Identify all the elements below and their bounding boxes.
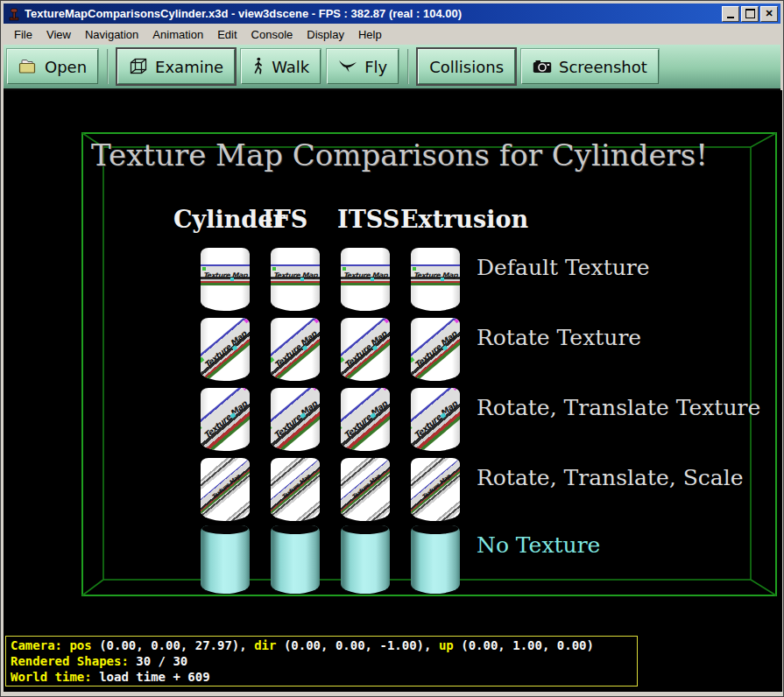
window-title: TextureMapComparisonsCylinder.x3d - view… bbox=[25, 7, 722, 20]
cylinder-thumbnail: Texture Map bbox=[411, 458, 460, 521]
title-bar[interactable]: TextureMapComparisonsCylinder.x3d - view… bbox=[4, 4, 780, 24]
menu-item-view[interactable]: View bbox=[39, 26, 78, 43]
camera-icon bbox=[533, 60, 552, 74]
maximize-icon bbox=[745, 9, 755, 18]
cylinder-thumbnail: Texture Map bbox=[201, 388, 250, 451]
app-window: TextureMapComparisonsCylinder.x3d - view… bbox=[0, 0, 784, 697]
row-label: Rotate Texture bbox=[477, 325, 641, 350]
cylinder-thumbnail: Texture Map bbox=[271, 388, 320, 451]
texture-band: Texture Map bbox=[201, 458, 250, 514]
cylinder-thumbnail: Texture Map bbox=[411, 388, 460, 451]
toolbar-separator bbox=[407, 49, 409, 84]
texture-map-label: Texture Map bbox=[203, 271, 247, 279]
cylinder-thumbnail: Texture Map bbox=[201, 248, 250, 311]
cube-icon bbox=[129, 57, 148, 76]
column-header-extrusion: Extrusion bbox=[400, 206, 528, 233]
column-header-ifs: IFS bbox=[263, 206, 307, 233]
cylinder-thumbnail bbox=[271, 525, 320, 594]
texture-band: Texture Map bbox=[201, 318, 250, 381]
row-label: Default Texture bbox=[477, 255, 650, 280]
status-segment: Rendered Shapes: bbox=[11, 654, 129, 668]
cylinder-thumbnail: Texture Map bbox=[341, 458, 390, 521]
toolbar-button-label: Open bbox=[45, 58, 87, 76]
close-button[interactable]: ✕ bbox=[760, 6, 778, 22]
status-line: Camera: pos (0.00, 0.00, 27.97), dir (0.… bbox=[11, 637, 632, 653]
menu-item-edit[interactable]: Edit bbox=[210, 26, 244, 43]
texture-map-label: Texture Map bbox=[202, 329, 248, 370]
texture-map-label: Texture Map bbox=[272, 329, 318, 370]
cylinder-thumbnail: Texture Map bbox=[271, 458, 320, 521]
status-segment: (0.00, 1.00, 0.00) bbox=[461, 638, 594, 652]
cylinder-thumbnail: Texture Map bbox=[411, 248, 460, 311]
menu-bar: FileViewNavigationAnimationEditConsoleDi… bbox=[4, 24, 780, 45]
toolbar-button-fly[interactable]: Fly bbox=[327, 49, 399, 84]
toolbar: OpenExamineWalkFlyCollisionsScreenshot bbox=[4, 45, 780, 90]
texture-band: Texture Map bbox=[411, 264, 460, 285]
status-segment: (0.00, 0.00, -1.00), bbox=[284, 638, 439, 652]
toolbar-button-walk[interactable]: Walk bbox=[241, 49, 321, 84]
status-segment: World time: bbox=[11, 670, 92, 684]
texture-map-label: Texture Map bbox=[279, 472, 311, 500]
texture-band: Texture Map bbox=[201, 264, 250, 285]
status-segment: up bbox=[439, 638, 461, 652]
cylinder-thumbnail: Texture Map bbox=[411, 318, 460, 381]
toolbar-button-label: Fly bbox=[364, 58, 387, 76]
texture-band: Texture Map bbox=[411, 388, 460, 451]
texture-band: Texture Map bbox=[341, 458, 390, 514]
menu-item-help[interactable]: Help bbox=[351, 26, 389, 43]
texture-band: Texture Map bbox=[341, 388, 390, 451]
texture-map-label: Texture Map bbox=[342, 398, 388, 440]
row-label: No Texture bbox=[477, 532, 600, 558]
cylinder-thumbnail: Texture Map bbox=[271, 318, 320, 381]
row-label: Rotate, Translate Texture bbox=[477, 395, 760, 420]
texture-band: Texture Map bbox=[271, 318, 320, 381]
fly-icon bbox=[338, 60, 357, 74]
cylinder-thumbnail bbox=[341, 525, 390, 594]
menu-item-navigation[interactable]: Navigation bbox=[78, 26, 145, 43]
cylinder-thumbnail: Texture Map bbox=[201, 458, 250, 521]
texture-band: Texture Map bbox=[341, 264, 390, 285]
status-segment: 30 / 30 bbox=[129, 654, 187, 668]
3d-viewport[interactable]: Texture Map Comparisons for Cylinders! C… bbox=[4, 90, 782, 692]
texture-map-label: Texture Map bbox=[412, 398, 458, 440]
status-segment: Camera: pos bbox=[11, 638, 99, 652]
toolbar-button-label: Examine bbox=[155, 58, 223, 76]
toolbar-separator bbox=[107, 49, 109, 84]
cylinder-thumbnail: Texture Map bbox=[341, 248, 390, 311]
toolbar-button-label: Screenshot bbox=[559, 58, 647, 76]
texture-map-label: Texture Map bbox=[273, 271, 317, 279]
toolbar-button-collisions[interactable]: Collisions bbox=[418, 49, 515, 84]
column-header-itss: ITSS bbox=[337, 206, 399, 233]
minimize-button[interactable] bbox=[722, 6, 739, 22]
texture-band: Texture Map bbox=[341, 318, 390, 381]
cylinder-thumbnail bbox=[411, 525, 460, 594]
menu-item-animation[interactable]: Animation bbox=[145, 26, 210, 43]
texture-map-label: Texture Map bbox=[413, 329, 458, 370]
menu-item-console[interactable]: Console bbox=[244, 26, 300, 43]
walk-icon bbox=[252, 57, 265, 76]
status-overlay: Camera: pos (0.00, 0.00, 27.97), dir (0.… bbox=[5, 636, 638, 686]
texture-map-label: Texture Map bbox=[201, 398, 248, 440]
toolbar-button-label: Collisions bbox=[429, 58, 504, 76]
status-segment: (0.00, 0.00, 27.97), bbox=[99, 638, 254, 652]
cylinder-thumbnail: Texture Map bbox=[271, 248, 320, 311]
maximize-button[interactable] bbox=[741, 6, 759, 22]
texture-band: Texture Map bbox=[201, 388, 250, 451]
toolbar-button-screenshot[interactable]: Screenshot bbox=[521, 49, 659, 84]
status-segment: dir bbox=[254, 638, 284, 652]
menu-item-file[interactable]: File bbox=[7, 26, 39, 43]
texture-map-label: Texture Map bbox=[343, 271, 387, 279]
texture-band: Texture Map bbox=[271, 458, 320, 514]
menu-item-display[interactable]: Display bbox=[300, 26, 351, 43]
status-segment: load time + 609 bbox=[92, 670, 210, 684]
texture-band: Texture Map bbox=[411, 458, 460, 514]
texture-map-label: Texture Map bbox=[343, 329, 388, 370]
scene-title: Texture Map Comparisons for Cylinders! bbox=[91, 137, 708, 172]
toolbar-button-open[interactable]: Open bbox=[7, 49, 98, 84]
toolbar-button-examine[interactable]: Examine bbox=[117, 49, 235, 84]
texture-map-label: Texture Map bbox=[413, 271, 457, 279]
minimize-icon bbox=[727, 17, 734, 18]
folder-icon bbox=[18, 59, 38, 74]
status-line: World time: load time + 609 bbox=[11, 669, 632, 685]
toolbar-button-label: Walk bbox=[272, 58, 309, 76]
